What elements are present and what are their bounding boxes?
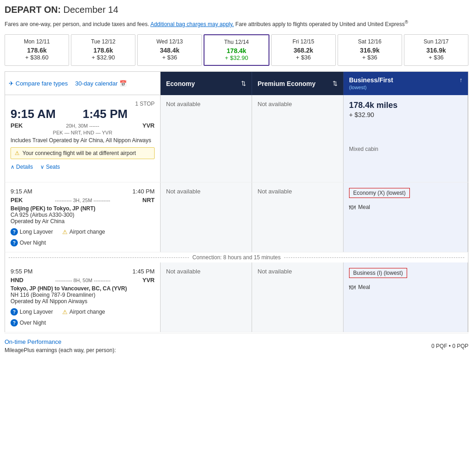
meal-label1: Meal: [358, 204, 370, 210]
meal-icon2: 🍽: [349, 283, 355, 291]
seg2-economy-cell: Not available: [161, 262, 252, 332]
seg1-economy-cell: Not available: [161, 182, 252, 252]
date-label: Tue 12/12: [74, 38, 132, 45]
long-layover-label1: Long Layover: [20, 229, 53, 235]
warning-box: ⚠ Your connecting flight will be at diff…: [11, 147, 155, 159]
footer: On-time Performance MileagePlus earnings…: [5, 333, 468, 358]
arrive-time: 1:45 PM: [83, 107, 128, 121]
warning-icon: ⚠: [15, 150, 20, 156]
date-miles: 316.9k: [341, 47, 399, 54]
seg1-business-badge: Economy (X) (lowest): [349, 188, 410, 198]
premium-sort-icon[interactable]: ⇅: [333, 80, 338, 87]
date-miles: 178.4k: [207, 47, 265, 54]
segment2-info: 9:55 PM 1:45 PM HND ---------- 8H, 50M -…: [5, 262, 161, 332]
business-price: + $32.90: [349, 111, 462, 118]
mixed-cabin: Mixed cabin: [349, 146, 462, 152]
flight-links: ∧ Details ∨ Seats: [11, 164, 155, 170]
airport-change-icon1: ⚠: [62, 229, 68, 235]
overnight-icon2[interactable]: ?: [11, 319, 18, 326]
via-route: PEK — NRT, HND — YVR: [11, 130, 155, 135]
compare-fare-types-link[interactable]: ✈ Compare fare types: [9, 80, 68, 87]
seg2-business-cell: Business (I) (lowest) 🍽 Meal: [344, 262, 468, 332]
mileage-label: MileagePlus earnings (each way, per pers…: [5, 347, 116, 353]
date-cell[interactable]: Wed 12/13348.4k+ $36: [137, 34, 202, 66]
seg2-flight-num: NH 116 (Boeing 787-9 Dreamliner): [11, 292, 155, 298]
date-cell[interactable]: Fri 12/15368.2k+ $36: [271, 34, 336, 66]
business-miles: 178.4k miles: [349, 101, 462, 110]
date-price: + $32.90: [74, 54, 132, 61]
date-label: Thu 12/14: [207, 39, 265, 45]
date-miles: 178.6k: [8, 47, 66, 54]
date-miles: 368.2k: [274, 47, 333, 54]
seg2-business-badge: Business (I) (lowest): [349, 268, 407, 278]
date-cell[interactable]: Sat 12/16316.9k+ $36: [338, 34, 402, 66]
date-selector: Mon 12/11178.6k+ $38.60Tue 12/12178.6k+ …: [5, 34, 468, 66]
date-miles: 316.9k: [407, 47, 465, 54]
seg2-premium-cell: Not available: [252, 262, 344, 332]
seg1-business-cell: Economy (X) (lowest) 🍽 Meal: [344, 182, 468, 252]
date-cell[interactable]: Sun 12/17316.9k+ $36: [404, 34, 468, 66]
seg1-depart: PEK: [11, 197, 23, 203]
date-price: + $32.90: [207, 54, 265, 61]
date-price: + $36: [407, 54, 465, 61]
economy-sort-icon[interactable]: ⇅: [241, 80, 246, 87]
segment1-info: 9:15 AM 1:40 PM PEK ---------- 3H, 25M -…: [5, 182, 161, 252]
flight-info: 1 STOP 9:15 AM 1:45 PM PEK 20H, 30M ----…: [5, 95, 161, 182]
seg1-flight-name: Beijing (PEK) to Tokyo, JP (NRT): [11, 205, 155, 212]
date-price: + $38.60: [8, 54, 66, 61]
date-price: + $36: [140, 54, 199, 61]
meal-icon1: 🍽: [349, 203, 355, 211]
seg2-arrive: YVR: [142, 277, 155, 283]
long-layover-label2: Long Layover: [20, 309, 53, 315]
airport-change-icon2: ⚠: [62, 309, 68, 316]
calendar-icon: 📅: [119, 80, 127, 87]
date-label: Sun 12/17: [407, 38, 465, 45]
seg1-flight-num: CA 925 (Airbus A330-300): [11, 212, 155, 218]
calendar-link[interactable]: 30-day calendar 📅: [75, 80, 127, 87]
economy-header: Economy ⇅: [161, 72, 252, 95]
depart-time: 9:15 AM: [11, 107, 56, 121]
date-miles: 348.4k: [140, 47, 199, 54]
fare-note: Fares are one-way, per person, and inclu…: [5, 19, 468, 29]
meal-label2: Meal: [358, 284, 370, 290]
overnight-label2: Over Night: [20, 320, 46, 326]
depart-airport: PEK: [11, 122, 23, 129]
details-link[interactable]: ∧ Details: [11, 164, 33, 170]
date-label: Fri 12/15: [274, 38, 333, 45]
business-cell[interactable]: 178.4k miles + $32.90 Mixed cabin: [344, 95, 468, 182]
on-time-performance-link[interactable]: On-time Performance: [5, 338, 61, 345]
business-sort-icon[interactable]: ↑: [460, 76, 463, 83]
operated-by: Includes Travel Operated by Air China, A…: [11, 137, 155, 144]
seg1-arrive: NRT: [142, 197, 155, 203]
date-price: + $36: [274, 54, 333, 61]
premium-cell: Not available: [252, 95, 344, 182]
seats-link[interactable]: ∨ Seats: [40, 164, 60, 170]
page-title: DEPART ON: December 14: [5, 5, 468, 15]
plane-icon: ✈: [9, 80, 14, 87]
mileage-value: 0 PQF • 0 PQP: [431, 343, 468, 349]
seg2-operated: Operated by All Nippon Airways: [11, 298, 155, 305]
seg1-premium-cell: Not available: [252, 182, 344, 252]
airport-change-label2: Airport change: [70, 309, 105, 315]
date-cell[interactable]: Mon 12/11178.6k+ $38.60: [5, 34, 69, 66]
date-cell[interactable]: Tue 12/12178.6k+ $32.90: [71, 34, 135, 66]
seg2-depart: HND: [11, 277, 23, 283]
overnight-label1: Over Night: [20, 240, 46, 246]
date-price: + $36: [341, 54, 399, 61]
stops-badge: 1 STOP: [11, 101, 155, 107]
overnight-icon1[interactable]: ?: [11, 239, 18, 246]
economy-cell: Not available: [161, 95, 252, 182]
seg1-operated: Operated by Air China: [11, 218, 155, 225]
date-label: Sat 12/16: [341, 38, 399, 45]
airport-change-label1: Airport change: [70, 229, 105, 235]
date-miles: 178.6k: [74, 47, 132, 54]
bag-charges-link[interactable]: Additional bag charges may apply.: [150, 21, 234, 27]
premium-economy-header: Premium Economy ⇅: [252, 72, 344, 95]
date-cell[interactable]: Thu 12/14178.4k+ $32.90: [204, 34, 269, 66]
seg2-flight-name: Tokyo, JP (HND) to Vancouver, BC, CA (YV…: [11, 285, 155, 292]
business-header: Business/First (lowest) ↑: [344, 72, 468, 95]
long-layover-icon2[interactable]: ?: [11, 308, 18, 316]
long-layover-icon1[interactable]: ?: [11, 228, 18, 235]
date-label: Mon 12/11: [8, 38, 66, 45]
connection-bar: Connection: 8 hours and 15 minutes: [5, 252, 468, 262]
